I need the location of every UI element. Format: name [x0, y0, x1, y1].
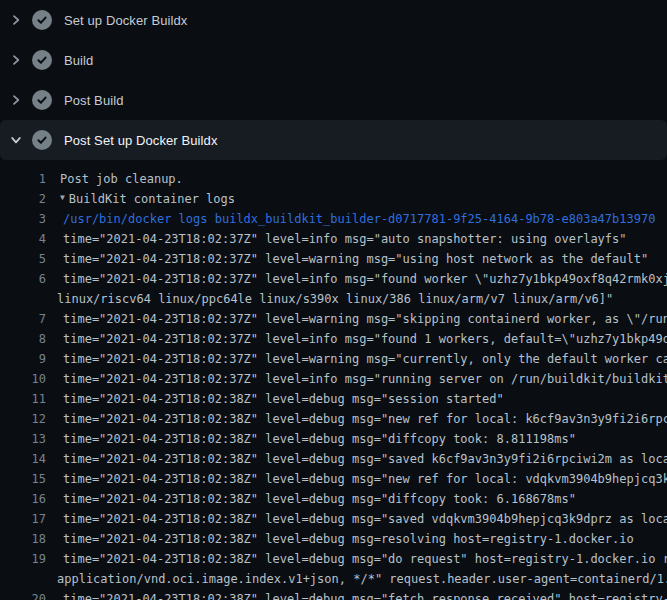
log-line-text: /usr/bin/docker logs buildx_buildkit_bui… — [63, 209, 655, 229]
triangle-down-icon[interactable]: ▼ — [60, 189, 65, 208]
log-line-text: time="2021-04-23T18:02:38Z" level=debug … — [63, 509, 667, 529]
step-row[interactable]: Post Build — [0, 80, 667, 120]
log-line-number[interactable]: 5 — [0, 249, 46, 269]
log-line: 12 ▼ time="2021-04-23T18:02:38Z" level=d… — [0, 409, 667, 429]
chevron-right-icon — [8, 92, 24, 108]
step-label: Set up Docker Buildx — [64, 13, 187, 28]
log-line: 17 ▼ time="2021-04-23T18:02:38Z" level=d… — [0, 509, 667, 529]
log-line-number[interactable]: 9 — [0, 349, 46, 369]
log-area: 1 ▼ Post job cleanup. 2 ▼ BuildKit conta… — [0, 160, 667, 600]
log-line-text: application/vnd.oci.image.index.v1+json,… — [57, 569, 667, 589]
log-line-text: time="2021-04-23T18:02:38Z" level=debug … — [63, 429, 576, 449]
log-line-text: time="2021-04-23T18:02:37Z" level=warnin… — [63, 349, 667, 369]
log-line-number[interactable]: 14 — [0, 449, 46, 469]
log-line-text: time="2021-04-23T18:02:37Z" level=info m… — [63, 229, 627, 249]
log-line-text: time="2021-04-23T18:02:38Z" level=debug … — [63, 409, 667, 429]
step-row[interactable]: Post Set up Docker Buildx — [0, 120, 667, 160]
step-label: Post Build — [64, 93, 124, 108]
check-circle-icon — [32, 10, 52, 30]
actions-log-viewer: { "colors": { "page_bg": "#0a0d12", "exp… — [0, 0, 667, 600]
log-line: ▼ linux/riscv64 linux/ppc64le linux/s390… — [0, 289, 667, 309]
log-line: 3 ▼ /usr/bin/docker logs buildx_buildkit… — [0, 209, 667, 229]
step-label: Build — [64, 53, 93, 68]
step-row[interactable]: Set up Docker Buildx — [0, 0, 667, 40]
log-line-number[interactable]: 2 — [0, 189, 46, 209]
log-line-text: time="2021-04-23T18:02:37Z" level=info m… — [63, 269, 667, 289]
log-line-text: BuildKit container logs — [69, 189, 235, 209]
log-line: 2 ▼ BuildKit container logs — [0, 189, 667, 209]
log-line: 19 ▼ time="2021-04-23T18:02:38Z" level=d… — [0, 549, 667, 569]
log-line-text: time="2021-04-23T18:02:38Z" level=debug … — [63, 529, 634, 549]
log-line-text: linux/riscv64 linux/ppc64le linux/s390x … — [57, 289, 613, 309]
log-line-text: time="2021-04-23T18:02:37Z" level=info m… — [63, 369, 667, 389]
log-line: 14 ▼ time="2021-04-23T18:02:38Z" level=d… — [0, 449, 667, 469]
log-line-number[interactable]: 6 — [0, 269, 46, 289]
chevron-right-icon — [8, 12, 24, 28]
log-line: 6 ▼ time="2021-04-23T18:02:37Z" level=in… — [0, 269, 667, 289]
log-line: 1 ▼ Post job cleanup. — [0, 169, 667, 189]
log-line: 11 ▼ time="2021-04-23T18:02:38Z" level=d… — [0, 389, 667, 409]
log-line-number[interactable]: 4 — [0, 229, 46, 249]
log-line-text: time="2021-04-23T18:02:37Z" level=info m… — [63, 329, 667, 349]
log-line: 7 ▼ time="2021-04-23T18:02:37Z" level=wa… — [0, 309, 667, 329]
steps-list: Set up Docker Buildx Build — [0, 0, 667, 160]
log-line: 13 ▼ time="2021-04-23T18:02:38Z" level=d… — [0, 429, 667, 449]
log-line-number[interactable]: 19 — [0, 549, 46, 569]
log-line-number[interactable]: 11 — [0, 389, 46, 409]
log-line: ▼ application/vnd.oci.image.index.v1+jso… — [0, 569, 667, 589]
check-circle-icon — [32, 50, 52, 70]
chevron-down-icon — [8, 132, 24, 148]
log-line: 9 ▼ time="2021-04-23T18:02:37Z" level=wa… — [0, 349, 667, 369]
log-line-number[interactable]: 20 — [0, 589, 46, 600]
log-line: 16 ▼ time="2021-04-23T18:02:38Z" level=d… — [0, 489, 667, 509]
log-line-text: time="2021-04-23T18:02:37Z" level=warnin… — [63, 249, 648, 269]
log-line-number[interactable]: 3 — [0, 209, 46, 229]
log-line-text: time="2021-04-23T18:02:38Z" level=debug … — [63, 449, 667, 469]
chevron-right-icon — [8, 52, 24, 68]
log-line-number[interactable]: 13 — [0, 429, 46, 449]
log-line-number[interactable]: 18 — [0, 529, 46, 549]
log-line-number[interactable]: 8 — [0, 329, 46, 349]
log-line-number[interactable]: 10 — [0, 369, 46, 389]
log-line: 4 ▼ time="2021-04-23T18:02:37Z" level=in… — [0, 229, 667, 249]
log-line-text: time="2021-04-23T18:02:38Z" level=debug … — [63, 389, 504, 409]
step-row[interactable]: Build — [0, 40, 667, 80]
log-line: 20 ▼ time="2021-04-23T18:02:38Z" level=d… — [0, 589, 667, 600]
check-circle-icon — [32, 90, 52, 110]
log-line-text: time="2021-04-23T18:02:38Z" level=debug … — [63, 549, 667, 569]
log-line: 15 ▼ time="2021-04-23T18:02:38Z" level=d… — [0, 469, 667, 489]
log-line-number[interactable]: 12 — [0, 409, 46, 429]
log-line-text: Post job cleanup. — [60, 169, 183, 189]
log-line-text: time="2021-04-23T18:02:37Z" level=warnin… — [63, 309, 667, 329]
log-line-number[interactable]: 16 — [0, 489, 46, 509]
log-line-number[interactable]: 7 — [0, 309, 46, 329]
log-line-number[interactable]: 15 — [0, 469, 46, 489]
check-circle-icon — [32, 130, 52, 150]
log-line-number[interactable]: 1 — [0, 169, 46, 189]
log-line: 5 ▼ time="2021-04-23T18:02:37Z" level=wa… — [0, 249, 667, 269]
log-line-text: time="2021-04-23T18:02:38Z" level=debug … — [63, 489, 576, 509]
log-line: 8 ▼ time="2021-04-23T18:02:37Z" level=in… — [0, 329, 667, 349]
step-label: Post Set up Docker Buildx — [64, 133, 218, 148]
log-line-text: time="2021-04-23T18:02:38Z" level=debug … — [63, 469, 667, 489]
log-line-text: time="2021-04-23T18:02:38Z" level=debug … — [63, 589, 667, 600]
log-line: 10 ▼ time="2021-04-23T18:02:37Z" level=i… — [0, 369, 667, 389]
log-line: 18 ▼ time="2021-04-23T18:02:38Z" level=d… — [0, 529, 667, 549]
log-line-number[interactable]: 17 — [0, 509, 46, 529]
